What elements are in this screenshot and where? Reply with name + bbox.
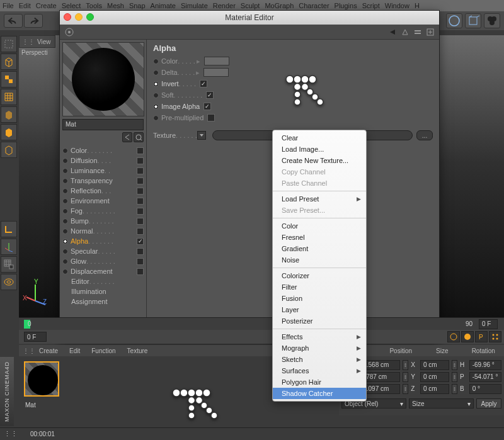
channel-color[interactable]: Color . . . . . . . [62,145,144,155]
nav-back-icon[interactable] [387,28,398,37]
xyz-axis-icon[interactable] [1,239,17,255]
torus-icon[interactable] [1,274,17,290]
menu-item-shadow-catcher[interactable]: Shadow Catcher [273,388,366,399]
menu-item-load-preset[interactable]: Load Preset▶ [273,193,366,205]
primitive-sphere-icon[interactable] [446,13,462,28]
dotted-cube-icon[interactable] [1,36,17,52]
menu-script[interactable]: Script [362,2,380,9]
shaded-cube-icon[interactable] [1,106,17,123]
menu-item-load-image[interactable]: Load Image... [273,144,366,155]
material-preview[interactable] [62,42,144,116]
menu-render[interactable]: Render [213,2,236,9]
menu-sculpt[interactable]: Sculpt [241,2,260,9]
menu-simulate[interactable]: Simulate [181,2,208,9]
apply-button[interactable]: Apply [476,398,501,409]
channel-environment[interactable]: Environment [62,196,144,206]
cube-tool-icon[interactable] [1,54,17,70]
menu-file[interactable]: File [3,2,14,9]
menu-item-posterizer[interactable]: Posterizer [273,315,366,327]
solid-cube-icon[interactable] [1,124,17,140]
material-thumbnail[interactable] [24,361,59,397]
menu-item-clear[interactable]: Clear [273,132,366,144]
menu-item-polygon-hair[interactable]: Polygon Hair [273,376,366,388]
primitive-cube-icon[interactable] [465,13,481,28]
menu-item-effects[interactable]: Effects▶ [273,331,366,342]
timeline-frame-field[interactable]: 0 F [479,319,498,329]
menu-help[interactable]: H [415,2,420,9]
texture-browse-button[interactable]: ... [416,130,433,140]
menu-item-colorizer[interactable]: Colorizer [273,270,366,281]
close-button[interactable] [64,13,71,21]
redo-button[interactable] [24,14,43,28]
checker-icon[interactable] [1,71,17,87]
material-name-input[interactable]: Mat [62,119,144,130]
menu-item-noise[interactable]: Noise [273,254,366,266]
zoom-button[interactable] [86,13,94,21]
coord-size-z[interactable]: 0 cm [420,384,449,394]
texture-dropdown-button[interactable] [197,131,206,140]
menu-snap[interactable]: Snap [129,2,146,9]
menu-item-gradient[interactable]: Gradient [273,243,366,254]
menu-tools[interactable]: Tools [86,2,102,9]
keyframe-rec-icon[interactable] [461,331,474,342]
texture-context-menu[interactable]: Clear Load Image... Create New Texture..… [272,130,367,402]
nav-plus-icon[interactable] [425,28,435,37]
home-icon[interactable] [64,26,75,38]
channel-glow[interactable]: Glow . . . . . . . . [62,256,144,266]
channel-specular[interactable]: Specular . . . . . [62,246,144,256]
channel-transparency[interactable]: Transparency [62,176,144,186]
axis-l-icon[interactable] [1,221,17,237]
menu-item-fresnel[interactable]: Fresnel [273,232,366,243]
channel-illumination[interactable]: Illumination [62,286,144,296]
menu-character[interactable]: Character [299,2,329,9]
undo-button[interactable] [4,14,23,28]
nav-up-icon[interactable] [400,28,410,37]
menu-item-filter[interactable]: Filter [273,281,366,293]
channel-displacement[interactable]: Displacement [62,266,144,276]
menu-item-sketch[interactable]: Sketch▶ [273,354,366,365]
menu-select[interactable]: Select [62,2,81,9]
current-frame-field[interactable]: 0 F [24,332,47,342]
coord-size-y[interactable]: 0 cm [420,372,449,382]
grid-icon[interactable] [1,89,17,105]
channel-luminance[interactable]: Luminance . . [62,166,144,176]
nav-menu-icon[interactable] [413,28,423,37]
window-titlebar[interactable]: Material Editor [60,11,439,25]
menu-edit[interactable]: Edit [19,2,31,9]
mesh-lock-icon[interactable] [1,256,17,273]
menu-plugins[interactable]: Plugins [335,2,357,9]
prev-material-icon[interactable] [122,132,132,142]
menu-create[interactable]: Create [36,2,57,9]
coord-size-dropdown[interactable]: Size▾ [409,398,474,409]
channel-reflection[interactable]: Reflection . . . [62,186,144,196]
coord-size-x[interactable]: 0 cm [420,360,449,370]
shelf-menu-texture[interactable]: Texture [127,347,148,354]
timeline-ruler[interactable]: 0 90 0 F [19,317,504,330]
channel-diffusion[interactable]: Diffusion . . . . [62,155,144,166]
channel-assignment[interactable]: Assignment [62,296,144,307]
menu-item-color-shader[interactable]: Color [273,220,366,232]
keyframe-p-icon[interactable]: P [475,331,488,342]
param-color[interactable]: Color . . . . .▸ [153,55,433,67]
keyframe-grid-icon[interactable] [489,331,501,342]
channel-normal[interactable]: Normal . . . . . . [62,226,144,236]
wire-cube-icon[interactable] [1,142,17,158]
coord-rot-b[interactable]: 0 ° [469,384,501,394]
menu-item-create-new-texture[interactable]: Create New Texture... [273,155,366,166]
shelf-menu-create[interactable]: Create [39,347,58,354]
menu-mesh[interactable]: Mesh [107,2,124,9]
menu-window[interactable]: Window [385,2,410,9]
menu-mograph[interactable]: MoGraph [265,2,294,9]
minimize-button[interactable] [75,13,83,21]
channel-editor[interactable]: Editor . . . . . . . [62,276,144,286]
channel-bump[interactable]: Bump . . . . . . . [62,216,144,226]
menu-animate[interactable]: Animate [151,2,176,9]
cloner-icon[interactable] [484,13,500,28]
shelf-menu-function[interactable]: Function [91,347,115,354]
picker-icon[interactable] [134,132,144,142]
keyframe-pos-icon[interactable] [447,331,460,342]
menu-item-mograph[interactable]: Mograph▶ [273,342,366,354]
shelf-menu-edit[interactable]: Edit [69,347,80,354]
menu-item-surfaces[interactable]: Surfaces▶ [273,365,366,376]
coord-rot-p[interactable]: -54.071 ° [469,372,501,382]
